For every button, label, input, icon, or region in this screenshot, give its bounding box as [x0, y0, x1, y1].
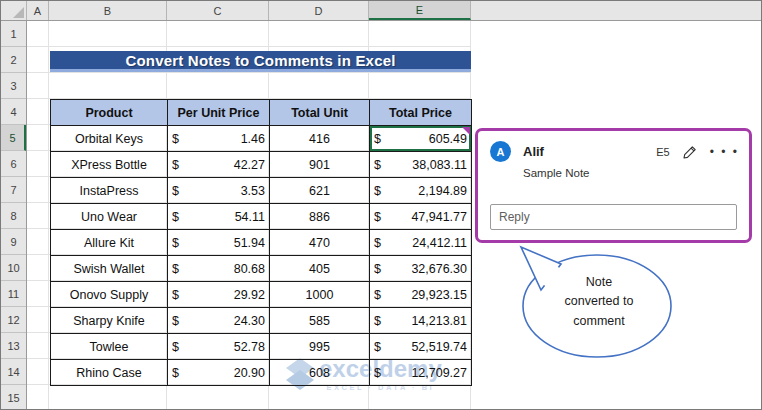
cell-product[interactable]: Uno Wear: [51, 204, 168, 230]
cell-unit-price[interactable]: $20.90: [168, 360, 270, 386]
cell-total-price[interactable]: $2,194.89: [370, 178, 472, 204]
comment-author: Alif: [523, 144, 544, 159]
cell-value: 54.11: [235, 210, 265, 224]
cell-product[interactable]: Orbital Keys: [51, 126, 168, 152]
cell-value: 80.68: [234, 262, 265, 276]
currency-symbol: $: [374, 366, 381, 380]
cell-total-unit[interactable]: 470: [270, 230, 370, 256]
cell-unit-price[interactable]: $80.68: [168, 256, 270, 282]
cell-total-unit[interactable]: 886: [270, 204, 370, 230]
cell-product[interactable]: Rhino Case: [51, 360, 168, 386]
table-header-row: Product Per Unit Price Total Unit Total …: [51, 100, 472, 126]
row-header-10[interactable]: 10: [1, 255, 26, 281]
currency-symbol: $: [374, 236, 381, 250]
cell-unit-price[interactable]: $52.78: [168, 334, 270, 360]
cell-total-price-selected[interactable]: $605.49: [370, 126, 472, 152]
cell-unit-price[interactable]: $51.94: [168, 230, 270, 256]
cell-product[interactable]: Swish Wallet: [51, 256, 168, 282]
row-header-9[interactable]: 9: [1, 229, 26, 255]
cell-total-price[interactable]: $52,519.74: [370, 334, 472, 360]
cell-value: 14,213.81: [411, 314, 467, 328]
cell-total-unit[interactable]: 995: [270, 334, 370, 360]
currency-symbol: $: [374, 288, 381, 302]
cell-product[interactable]: Towlee: [51, 334, 168, 360]
table-row: Swish Wallet $80.68 405 $32,676.30: [51, 256, 472, 282]
currency-symbol: $: [172, 262, 179, 276]
comment-card: A Alif E5 • • • Sample Note: [475, 128, 752, 243]
row-header-strip: 1 2 3 4 5 6 7 8 9 10 11 12 13 14 15: [1, 21, 27, 410]
cell-product[interactable]: InstaPress: [51, 178, 168, 204]
cell-value: 32,676.30: [411, 262, 467, 276]
row-header-14[interactable]: 14: [1, 359, 26, 385]
header-total-price[interactable]: Total Price: [370, 100, 472, 126]
row-header-7[interactable]: 7: [1, 177, 26, 203]
cell-total-unit[interactable]: 608: [270, 360, 370, 386]
column-header-e[interactable]: E: [369, 1, 471, 20]
cell-value: 1.46: [241, 132, 265, 146]
cell-total-unit[interactable]: 901: [270, 152, 370, 178]
cell-total-price[interactable]: $47,941.77: [370, 204, 472, 230]
row-header-5[interactable]: 5: [1, 125, 26, 151]
table-row: Rhino Case $20.90 608 $12,709.27: [51, 360, 472, 386]
header-product[interactable]: Product: [51, 100, 168, 126]
row-header-11[interactable]: 11: [1, 281, 26, 307]
currency-symbol: $: [374, 210, 381, 224]
header-per-unit-price[interactable]: Per Unit Price: [168, 100, 270, 126]
cell-unit-price[interactable]: $3.53: [168, 178, 270, 204]
cell-total-unit[interactable]: 621: [270, 178, 370, 204]
cell-unit-price[interactable]: $42.27: [168, 152, 270, 178]
currency-symbol: $: [374, 314, 381, 328]
cell-total-price[interactable]: $12,709.27: [370, 360, 472, 386]
currency-symbol: $: [172, 340, 179, 354]
row-header-3[interactable]: 3: [1, 73, 26, 99]
cell-total-price[interactable]: $24,412.11: [370, 230, 472, 256]
cell-total-price[interactable]: $14,213.81: [370, 308, 472, 334]
edit-comment-icon[interactable]: [682, 144, 698, 160]
comment-cell-ref: E5: [656, 146, 669, 158]
cell-value: 12,709.27: [411, 366, 467, 380]
row-header-13[interactable]: 13: [1, 333, 26, 359]
table-row: Onovo Supply $29.92 1000 $29,923.15: [51, 282, 472, 308]
cell-total-unit[interactable]: 1000: [270, 282, 370, 308]
cell-value: 42.27: [234, 158, 265, 172]
comment-indicator-icon: [462, 127, 470, 135]
column-header-a[interactable]: A: [27, 1, 49, 20]
currency-symbol: $: [172, 314, 179, 328]
reply-input[interactable]: [490, 204, 737, 230]
column-header-b[interactable]: B: [49, 1, 167, 20]
cell-product[interactable]: Sharpy Knife: [51, 308, 168, 334]
gridline: [48, 21, 49, 410]
cell-total-price[interactable]: $38,083.11: [370, 152, 472, 178]
column-header-c[interactable]: C: [167, 1, 269, 20]
cell-unit-price[interactable]: $54.11: [168, 204, 270, 230]
cell-value: 3.53: [241, 184, 265, 198]
cell-total-price[interactable]: $32,676.30: [370, 256, 472, 282]
cell-total-unit[interactable]: 405: [270, 256, 370, 282]
cell-value: 20.90: [234, 366, 265, 380]
currency-symbol: $: [172, 366, 179, 380]
cell-unit-price[interactable]: $29.92: [168, 282, 270, 308]
cell-value: 52,519.74: [411, 340, 467, 354]
cell-total-price[interactable]: $29,923.15: [370, 282, 472, 308]
cell-total-unit[interactable]: 416: [270, 126, 370, 152]
cell-total-unit[interactable]: 585: [270, 308, 370, 334]
row-header-4[interactable]: 4: [1, 99, 26, 125]
row-header-6[interactable]: 6: [1, 151, 26, 177]
currency-symbol: $: [172, 236, 179, 250]
cell-unit-price[interactable]: $24.30: [168, 308, 270, 334]
row-header-15[interactable]: 15: [1, 385, 26, 410]
row-header-12[interactable]: 12: [1, 307, 26, 333]
more-options-icon[interactable]: • • •: [710, 145, 739, 159]
cell-unit-price[interactable]: $1.46: [168, 126, 270, 152]
cell-product[interactable]: Onovo Supply: [51, 282, 168, 308]
column-header-d[interactable]: D: [269, 1, 369, 20]
row-header-1[interactable]: 1: [1, 21, 26, 47]
cell-value: 29.92: [234, 288, 265, 302]
cell-product[interactable]: XPress Bottle: [51, 152, 168, 178]
cell-product[interactable]: Allure Kit: [51, 230, 168, 256]
row-header-8[interactable]: 8: [1, 203, 26, 229]
header-total-unit[interactable]: Total Unit: [270, 100, 370, 126]
currency-symbol: $: [374, 184, 381, 198]
row-header-2[interactable]: 2: [1, 47, 26, 73]
select-all-corner[interactable]: [1, 1, 27, 20]
